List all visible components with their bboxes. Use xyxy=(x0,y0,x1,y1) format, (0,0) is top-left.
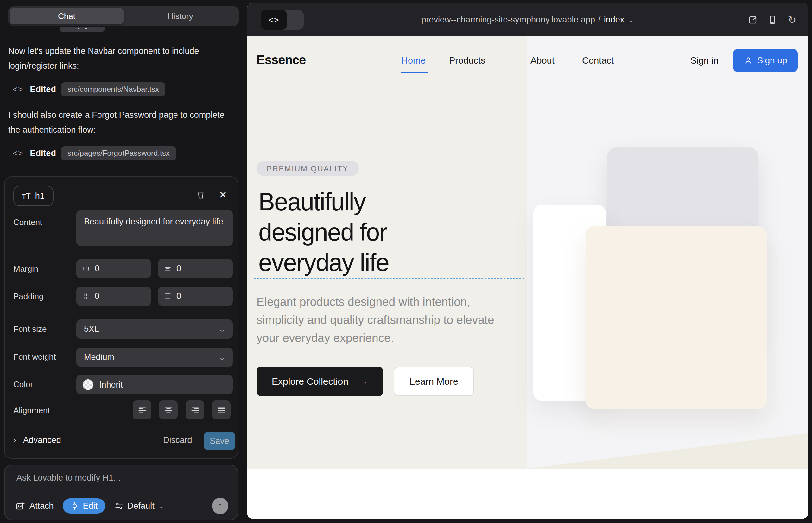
padding-x-input[interactable]: 0 xyxy=(76,287,151,306)
align-justify-button[interactable] xyxy=(212,400,231,419)
attach-button[interactable]: Attach xyxy=(16,501,54,511)
explore-collection-label: Explore Collection xyxy=(272,376,348,387)
margin-y-input[interactable]: 0 xyxy=(158,259,233,278)
site-preview: Essence Home Products About Contact Sign… xyxy=(247,36,808,519)
default-mode-select[interactable]: Default ⌄ xyxy=(114,501,165,511)
active-nav-underline xyxy=(401,72,427,73)
save-button[interactable]: Save xyxy=(204,432,235,450)
open-external-button[interactable] xyxy=(747,15,758,25)
align-justify-icon xyxy=(217,405,226,415)
hero-heading-line: designed for xyxy=(259,217,389,247)
nav-link-about[interactable]: About xyxy=(530,55,554,66)
nav-link-home[interactable]: Home xyxy=(401,55,426,66)
padding-x-value: 0 xyxy=(95,291,100,301)
default-label: Default xyxy=(127,501,155,511)
decorative-beige-card xyxy=(586,227,767,409)
explore-collection-button[interactable]: Explore Collection → xyxy=(257,366,383,396)
color-value: Inherit xyxy=(99,380,123,390)
composer-toolbar: Attach Edit Default ⌄ ↑ xyxy=(16,497,228,515)
code-view-toggle[interactable]: <> xyxy=(261,10,304,30)
site-logo[interactable]: Essence xyxy=(257,53,306,67)
learn-more-button[interactable]: Learn More xyxy=(394,366,474,396)
composer-panel: Attach Edit Default ⌄ ↑ xyxy=(4,465,238,520)
chevron-down-icon: ⌄ xyxy=(158,502,165,510)
font-weight-select[interactable]: Medium ⌄ xyxy=(76,348,233,367)
advanced-toggle[interactable]: › Advanced xyxy=(13,435,61,445)
chat-history-tabs: Chat History xyxy=(8,6,239,26)
mobile-view-button[interactable] xyxy=(767,15,778,25)
file-chip[interactable]: src/components/Navbar.tsx xyxy=(61,82,165,96)
preview-panel: preview--charming-site-symphony.lovable.… xyxy=(247,3,808,519)
arrow-right-icon: → xyxy=(358,376,368,387)
align-right-button[interactable] xyxy=(186,400,204,419)
color-select[interactable]: Inherit xyxy=(76,375,233,395)
padding-y-input[interactable]: 0 xyxy=(158,287,233,306)
attach-image-icon xyxy=(16,501,25,511)
content-input[interactable]: Beautifully designed for everyday life xyxy=(76,210,233,246)
hero-heading-line: everyday life xyxy=(259,247,389,278)
hero-wedge-shape xyxy=(527,433,808,469)
code-icon: <> xyxy=(261,10,287,30)
arrow-up-icon: ↑ xyxy=(218,501,223,511)
font-weight-label: Font weight xyxy=(13,352,56,362)
smartphone-icon xyxy=(768,15,777,25)
font-size-value: 5XL xyxy=(84,324,99,334)
font-size-select[interactable]: 5XL ⌄ xyxy=(76,320,233,339)
refresh-icon: ↻ xyxy=(788,14,796,26)
tab-history[interactable]: History xyxy=(124,8,237,24)
refresh-button[interactable]: ↻ xyxy=(787,15,797,25)
hero-heading-line: Beautifully xyxy=(259,186,389,217)
chat-message: Now let's update the Navbar component to… xyxy=(8,44,232,73)
edited-file-row[interactable]: <> Edited src/pages/ForgotPassword.tsx xyxy=(13,146,176,160)
attach-label: Attach xyxy=(30,501,54,511)
align-left-icon xyxy=(138,405,147,415)
close-editor-button[interactable]: ✕ xyxy=(217,190,228,200)
sliders-icon xyxy=(114,502,124,510)
element-editor-panel: тT h1 ✕ Content Beautifully designed for… xyxy=(4,176,238,459)
vertical-padding-icon xyxy=(164,292,172,301)
align-left-button[interactable] xyxy=(133,400,152,419)
premium-quality-badge: PREMIUM QUALITY xyxy=(257,161,359,176)
edited-label: Edited xyxy=(30,148,56,158)
margin-y-value: 0 xyxy=(176,264,181,273)
padding-y-value: 0 xyxy=(176,291,181,301)
url-domain: preview--charming-site-symphony.lovable.… xyxy=(421,15,595,25)
url-separator: / xyxy=(598,15,601,25)
trash-icon xyxy=(196,190,206,200)
advanced-label: Advanced xyxy=(23,435,61,445)
file-chip[interactable]: src/pages/ForgotPassword.tsx xyxy=(61,146,176,160)
color-label: Color xyxy=(13,380,33,390)
send-button[interactable]: ↑ xyxy=(212,498,228,514)
margin-x-input[interactable]: 0 xyxy=(76,259,151,278)
user-icon xyxy=(744,56,753,65)
element-tag-badge[interactable]: тT h1 xyxy=(13,186,54,206)
sign-in-link[interactable]: Sign in xyxy=(690,55,719,66)
discard-button[interactable]: Discard xyxy=(163,435,192,445)
url-bar[interactable]: preview--charming-site-symphony.lovable.… xyxy=(247,3,808,36)
align-center-icon xyxy=(164,405,173,415)
chat-message: I should also create a Forgot Password p… xyxy=(8,108,232,138)
tab-chat[interactable]: Chat xyxy=(10,8,124,24)
edited-label: Edited xyxy=(30,85,56,94)
align-center-button[interactable] xyxy=(159,400,178,419)
delete-element-button[interactable] xyxy=(195,190,206,200)
vertical-margin-icon xyxy=(164,265,172,273)
alignment-label: Alignment xyxy=(13,405,50,415)
padding-label: Padding xyxy=(13,292,43,301)
chevron-down-icon: ⌄ xyxy=(219,353,225,362)
hero-heading[interactable]: Beautifully designed for everyday life xyxy=(259,186,389,278)
sign-up-button[interactable]: Sign up xyxy=(733,49,798,72)
target-icon xyxy=(70,502,79,510)
url-page: index xyxy=(604,15,624,25)
content-label: Content xyxy=(13,217,42,227)
edit-mode-button[interactable]: Edit xyxy=(63,498,105,513)
composer-input[interactable] xyxy=(16,473,226,492)
horizontal-margin-icon xyxy=(82,265,90,273)
external-link-icon xyxy=(748,15,758,25)
close-icon: ✕ xyxy=(219,190,227,200)
edited-file-row[interactable]: <> Edited src/components/Navbar.tsx xyxy=(13,82,165,96)
horizontal-padding-icon xyxy=(82,292,90,301)
font-weight-value: Medium xyxy=(84,353,114,362)
nav-link-contact[interactable]: Contact xyxy=(582,55,614,66)
nav-link-products[interactable]: Products xyxy=(449,55,485,66)
